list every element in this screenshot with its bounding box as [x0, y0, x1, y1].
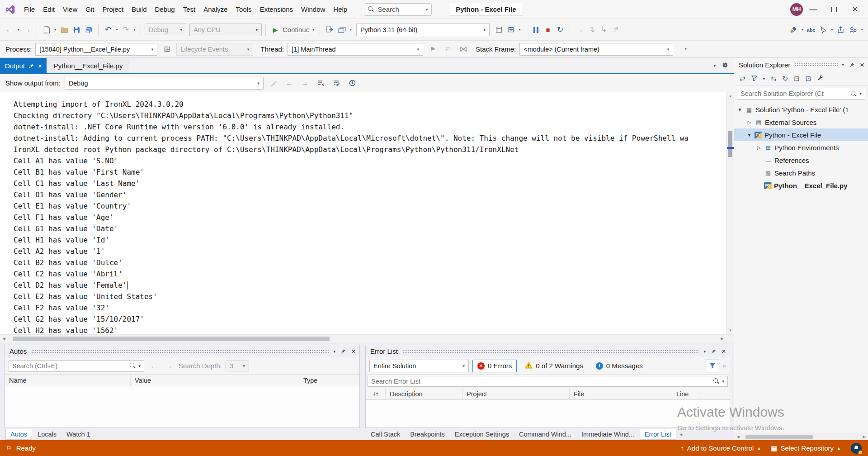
save-icon[interactable]	[71, 24, 82, 36]
error-list-body[interactable]	[366, 400, 730, 428]
monitor-dropdown[interactable]: ▾	[348, 24, 353, 36]
tab-command-wind[interactable]: Command Wind...	[514, 429, 576, 439]
notifications-bell-button[interactable]	[851, 443, 862, 454]
toolbar-overflow-icon[interactable]: »	[723, 362, 726, 369]
tree-item-python-excel-file[interactable]: ▼PYPython - Excel File	[734, 128, 868, 141]
menu-extensions[interactable]: Extensions	[256, 5, 297, 13]
chevron-down-icon[interactable]: ▾	[426, 7, 428, 12]
show-threads-in-source-icon[interactable]: ⋈	[458, 43, 469, 56]
menu-tools[interactable]: Tools	[232, 5, 256, 13]
search-box[interactable]: Search ▾	[364, 3, 432, 16]
solution-explorer-horizontal-scrollbar[interactable]: ◀ ▶	[734, 433, 868, 440]
new-file-icon[interactable]	[41, 24, 52, 36]
share-icon[interactable]	[835, 24, 847, 36]
process-dropdown[interactable]: [15840] Python__Excel_File.py▾	[35, 43, 157, 56]
tree-item-python-excel-file-py[interactable]: PYPython__Excel_File.py	[734, 179, 868, 192]
new-file-dropdown[interactable]: ▾	[53, 24, 58, 36]
navigate-backward-dropdown[interactable]: ▾	[16, 24, 21, 36]
drag-grip[interactable]	[31, 350, 329, 353]
menu-test[interactable]: Test	[179, 5, 200, 13]
flag-filled-icon[interactable]: ⚑	[427, 43, 439, 56]
warnings-filter-button[interactable]: 0 of 2 Warnings	[520, 360, 588, 372]
word-wrap-icon[interactable]	[331, 77, 343, 89]
filter-dropdown-icon[interactable]: ▾	[763, 76, 765, 81]
column-header-name[interactable]: Name	[5, 375, 131, 386]
tab-output[interactable]: Output ×	[0, 58, 47, 73]
scroll-thumb[interactable]	[745, 435, 813, 439]
chevron-down-icon[interactable]: ▾	[722, 379, 724, 384]
tab-immediate-wind[interactable]: Immediate Wind...	[577, 429, 639, 439]
default-order-column[interactable]	[366, 388, 386, 399]
tab-autos[interactable]: Autos	[5, 429, 32, 440]
navigate-backward-icon[interactable]: ←	[4, 24, 15, 36]
scope-dropdown[interactable]: Entire Solution▾	[369, 360, 469, 372]
error-search-input[interactable]	[371, 378, 711, 385]
column-header-description[interactable]: Description	[386, 388, 462, 399]
timestamp-clock-icon[interactable]	[347, 77, 359, 89]
undo-icon[interactable]: ↶	[102, 24, 114, 36]
package-icon[interactable]	[493, 24, 505, 36]
code-cleanup-dropdown[interactable]: ▾	[800, 24, 805, 36]
menu-git[interactable]: Git	[81, 5, 98, 13]
column-header-value[interactable]: Value	[131, 375, 299, 386]
menu-project[interactable]: Project	[98, 5, 127, 13]
scroll-up-icon[interactable]: ▲	[726, 92, 734, 100]
errors-filter-button[interactable]: ✕ 0 Errors	[472, 360, 517, 372]
redo-dropdown[interactable]: ▾	[132, 24, 137, 36]
tab-scroll-left-icon[interactable]: ◀	[677, 431, 685, 438]
close-icon[interactable]: ×	[38, 62, 42, 69]
menu-view[interactable]: View	[59, 5, 81, 13]
multi-monitor-icon[interactable]	[336, 24, 348, 36]
solution-explorer-search-input[interactable]	[741, 90, 848, 97]
configuration-dropdown[interactable]: Debug▾	[145, 24, 186, 36]
close-icon[interactable]: ×	[860, 61, 864, 69]
tree-item-references[interactable]: References	[734, 154, 868, 166]
show-all-files-icon[interactable]: ⊡	[806, 75, 811, 83]
attach-to-process-icon[interactable]	[324, 24, 335, 36]
open-folder-icon[interactable]	[58, 24, 70, 36]
scroll-left-icon[interactable]: ◀	[734, 433, 742, 441]
forward-arrow-icon[interactable]: →	[163, 360, 175, 372]
pin-icon[interactable]	[711, 347, 716, 355]
horizontal-scrollbar[interactable]: ◀ ▶	[0, 334, 734, 342]
undo-dropdown[interactable]: ▾	[114, 24, 119, 36]
error-list-header[interactable]: Error List ▾ ×	[366, 345, 730, 357]
tab-error-list[interactable]: Error List	[640, 429, 676, 440]
collapsed-arrow-icon[interactable]: ▷	[746, 120, 752, 125]
solution-explorer-header[interactable]: Solution Explorer ▾ ×	[734, 58, 868, 71]
navigate-forward-icon[interactable]: →	[21, 24, 33, 36]
close-icon[interactable]: ×	[351, 347, 356, 355]
output-console[interactable]: Attempting import of IronXL 2024.3.0.20C…	[0, 92, 726, 334]
pin-icon[interactable]	[849, 61, 854, 69]
horizontal-scroll-track[interactable]	[8, 335, 718, 342]
tab-exception-settings[interactable]: Exception Settings	[450, 429, 514, 439]
stop-debugging-icon[interactable]: ■	[542, 24, 554, 36]
toolbar-options-icon[interactable]: ▾	[683, 43, 688, 56]
column-header-line[interactable]: Line	[672, 388, 699, 399]
horizontal-scroll-thumb[interactable]	[13, 337, 330, 341]
menu-window[interactable]: Window	[297, 5, 329, 13]
spell-check-icon[interactable]: abc	[805, 24, 817, 36]
show-next-statement-icon[interactable]: →	[574, 24, 585, 36]
menu-debug[interactable]: Debug	[151, 5, 179, 13]
flag-outline-icon[interactable]: ⚐	[442, 43, 454, 56]
scroll-track[interactable]	[742, 433, 860, 440]
window-position-chevron-icon[interactable]: ▾	[704, 349, 706, 354]
live-share-icon[interactable]	[847, 24, 859, 36]
chevron-down-icon[interactable]: ▾	[138, 364, 141, 368]
select-repository-button[interactable]: ▦ Select Repository ▲	[771, 444, 841, 452]
platform-dropdown[interactable]: Any CPU▾	[189, 24, 262, 36]
tab-python-excel-file[interactable]: Python__Excel_File.py	[47, 58, 131, 73]
close-icon[interactable]: ×	[722, 347, 726, 355]
continue-play-icon[interactable]: ▶	[269, 24, 281, 36]
expanded-arrow-icon[interactable]: ▼	[737, 107, 743, 112]
step-out-icon[interactable]: ↱	[610, 24, 622, 36]
background-tasks-icon[interactable]: ⚐	[6, 445, 12, 451]
collapsed-arrow-icon[interactable]: ▷	[756, 145, 762, 150]
filter-button[interactable]	[706, 360, 719, 372]
next-message-icon[interactable]: →	[299, 77, 311, 89]
menu-edit[interactable]: Edit	[39, 5, 59, 13]
pin-icon[interactable]	[29, 62, 34, 70]
account-avatar[interactable]: MH	[790, 3, 803, 16]
scroll-right-icon[interactable]: ▶	[718, 335, 726, 342]
